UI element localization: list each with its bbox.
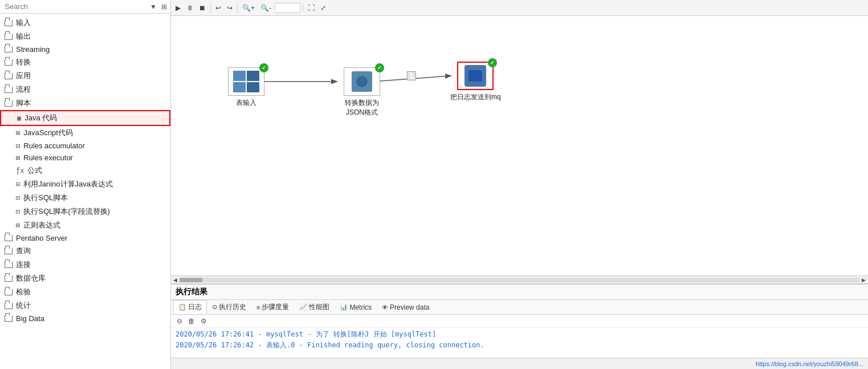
sidebar-item-label-pentaho: Pentaho Server: [16, 234, 67, 242]
folder-icon: [5, 34, 13, 40]
sidebar-item-apply[interactable]: 应用: [0, 69, 170, 83]
sidebar-item-exec-sql[interactable]: ⊡执行SQL脚本: [0, 191, 170, 205]
results-tab-steps[interactable]: ≡步骤度量: [251, 300, 294, 314]
status-url: https://blog.csdn.net/youzhi59049r68...: [756, 360, 863, 367]
folder-icon: [5, 289, 13, 295]
tab-label-perf: 性能图: [309, 302, 329, 312]
sidebar-item-rules-exec[interactable]: ⊠Rules executor: [0, 152, 170, 164]
sidebar-item-streaming[interactable]: Streaming: [0, 43, 170, 55]
sidebar-item-datawarehouse[interactable]: 数据仓库: [0, 271, 170, 285]
folder-icon: [5, 275, 13, 282]
sidebar-item-label-input: 输入: [16, 18, 31, 28]
toolbar-play-btn[interactable]: ▶: [173, 3, 183, 13]
results-header: 执行结果: [171, 285, 868, 300]
sidebar-item-flow[interactable]: 流程: [0, 83, 170, 96]
sidebar-item-bigdata[interactable]: Big Data: [0, 313, 170, 325]
toolbar-redo-btn[interactable]: ↪: [225, 3, 235, 13]
sidebar-item-label-output: 输出: [16, 31, 31, 42]
hscroll-left-arrow[interactable]: ◀: [172, 277, 178, 283]
hscroll-track[interactable]: [180, 278, 859, 282]
results-content: 2020/05/26 17:26:41 - mysqlTest - 为了 转换[…: [171, 328, 868, 358]
toolbar-zoom-in-btn[interactable]: 🔍+: [240, 3, 257, 13]
sidebar-item-label-script: 脚本: [16, 98, 31, 108]
tab-icon-metrics: 📊: [340, 303, 348, 311]
results-tab-preview[interactable]: 👁Preview data: [377, 301, 434, 314]
sidebar-item-verify[interactable]: 检验: [0, 285, 170, 299]
node-box-send-mq: ✓: [457, 62, 494, 90]
flow-node-table-input[interactable]: ✓表输入: [228, 67, 264, 108]
toolbar-fit-btn[interactable]: ⛶: [305, 3, 317, 13]
toolbar-sep1: [210, 3, 211, 13]
sidebar-item-label-bigdata: Big Data: [16, 314, 44, 323]
sidebar-item-transform[interactable]: 转换: [0, 55, 170, 69]
toolbar-expand-btn[interactable]: ⤢: [318, 3, 328, 13]
results-clear-btn[interactable]: 🗑: [187, 316, 196, 326]
node-label-json-transform: 转换数据为JSON格式: [336, 98, 388, 117]
sidebar-item-janino[interactable]: ⊟利用Janino计算Java表达式: [0, 177, 170, 191]
folder-icon: [5, 248, 13, 254]
sidebar-item-rules-accum[interactable]: ⊟Rules accumulator: [0, 140, 170, 152]
flow-node-json-transform[interactable]: ✓转换数据为JSON格式: [336, 67, 388, 117]
sidebar-item-label-janino: 利用Janino计算Java表达式: [23, 179, 113, 189]
toolbar-zoom-out-btn[interactable]: 🔍-: [258, 3, 274, 13]
sidebar-item-stats[interactable]: 统计: [0, 299, 170, 313]
search-input[interactable]: [2, 1, 149, 12]
toolbar: ▶ ⏸ ⏹ ↩ ↪ 🔍+ 🔍- 100% ⛶ ⤢: [171, 0, 868, 16]
log-line-1: 2020/05/26 17:26:42 - 表输入.0 - Finished r…: [176, 340, 863, 351]
exec-sql-field-icon: ⊡: [16, 208, 20, 216]
sidebar-item-js-code[interactable]: ⊞JavaScript代码: [0, 126, 170, 140]
flow-node-send-mq[interactable]: ✓把日志发送到mq: [450, 62, 501, 102]
results-tab-history[interactable]: ⊙执行历史: [207, 300, 251, 314]
node-box-table-input: ✓: [228, 67, 264, 96]
canvas-hscroll[interactable]: ◀ ▶: [171, 275, 868, 283]
sidebar-item-label-rules-accum: Rules accumulator: [23, 141, 85, 150]
sidebar-item-label-java-code: Java 代码: [25, 113, 57, 123]
sidebar-item-label-datawarehouse: 数据仓库: [16, 273, 46, 283]
sidebar-item-script[interactable]: 脚本: [0, 96, 170, 110]
tab-icon-history: ⊙: [212, 303, 217, 311]
sidebar-item-regex[interactable]: ⊞正则表达式: [0, 218, 170, 232]
search-bar: ▼ ⊞: [0, 0, 170, 14]
sidebar-item-input[interactable]: 输入: [0, 16, 170, 30]
results-tab-perf[interactable]: 📈性能图: [294, 300, 335, 314]
results-collapse-btn[interactable]: ⊖: [176, 316, 184, 326]
sidebar-item-label-flow: 流程: [16, 84, 31, 95]
sidebar-item-label-apply: 应用: [16, 71, 31, 81]
canvas-area: ▶ ⏸ ⏹ ↩ ↪ 🔍+ 🔍- 100% ⛶ ⤢ ✓表输入: [171, 0, 868, 369]
sidebar-item-label-streaming: Streaming: [16, 45, 50, 54]
sidebar-item-label-exec-sql: 执行SQL脚本: [23, 193, 68, 203]
formula-icon: ƒx: [16, 167, 24, 175]
janino-icon: ⊟: [16, 180, 20, 188]
zoom-input[interactable]: 100%: [275, 3, 300, 13]
sidebar-item-connect[interactable]: 连接: [0, 258, 170, 271]
sidebar-item-label-rules-exec: Rules executor: [23, 153, 73, 162]
sidebar-item-java-code[interactable]: ▣Java 代码: [0, 110, 170, 126]
sidebar-item-exec-sql-field[interactable]: ⊡执行SQL脚本(字段流替换): [0, 205, 170, 218]
flow-connector-icon: 📄: [407, 71, 416, 80]
toolbar-pause-btn[interactable]: ⏸: [184, 3, 195, 13]
results-tabs: 📋日志⊙执行历史≡步骤度量📈性能图📊Metrics👁Preview data: [171, 300, 868, 315]
sidebar-item-formula[interactable]: ƒx公式: [0, 164, 170, 177]
toolbar-stop-btn[interactable]: ⏹: [197, 3, 208, 13]
sidebar: ▼ ⊞ 输入输出Streaming转换应用流程脚本▣Java 代码⊞JavaSc…: [0, 0, 171, 369]
sidebar-item-label-exec-sql-field: 执行SQL脚本(字段流替换): [23, 206, 110, 217]
tab-icon-perf: 📈: [299, 303, 307, 311]
rules-exec-icon: ⊠: [16, 154, 20, 162]
results-settings-btn[interactable]: ⚙: [199, 316, 208, 326]
folder-icon: [5, 73, 13, 79]
sidebar-item-label-query: 查询: [16, 246, 31, 256]
results-tab-metrics[interactable]: 📊Metrics: [335, 301, 377, 314]
results-tab-log[interactable]: 📋日志: [173, 300, 207, 314]
search-filter-btn[interactable]: ▼: [149, 2, 158, 12]
tab-icon-steps: ≡: [256, 304, 260, 311]
flow-canvas[interactable]: ✓表输入 ✓转换数据为JSON格式 ✓把日志发送到mq📄: [171, 16, 868, 275]
status-bar: https://blog.csdn.net/youzhi59049r68...: [171, 358, 868, 369]
folder-icon: [5, 100, 13, 107]
hscroll-right-arrow[interactable]: ▶: [861, 277, 867, 283]
sidebar-item-output[interactable]: 输出: [0, 30, 170, 43]
search-grid-btn[interactable]: ⊞: [160, 2, 168, 12]
hscroll-thumb[interactable]: [180, 278, 202, 282]
toolbar-undo-btn[interactable]: ↩: [213, 3, 223, 13]
sidebar-item-pentaho[interactable]: Pentaho Server: [0, 232, 170, 244]
sidebar-item-query[interactable]: 查询: [0, 244, 170, 258]
